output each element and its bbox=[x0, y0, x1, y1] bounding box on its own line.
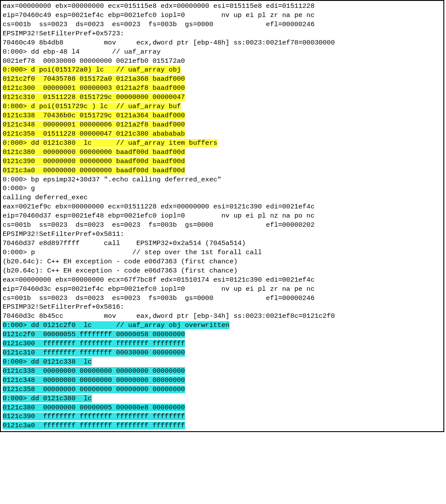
highlight-cyan: 0121c338 00000000 00000000 00000000 0000… bbox=[3, 367, 185, 375]
debug-line: 0121c310 01511228 0151729c 00000000 0000… bbox=[3, 93, 442, 102]
highlight-cyan: 0121c300 ffffffff ffffffff ffffffff ffff… bbox=[3, 340, 185, 347]
highlight-yellow: 0121c390 00000000 00000000 baadf00d baad… bbox=[3, 157, 185, 165]
highlight-yellow: 0121c3a0 00000000 00000000 baadf00d baad… bbox=[3, 167, 185, 174]
highlight-cyan: 0121c348 00000000 00000000 00000000 0000… bbox=[3, 376, 185, 384]
debug-line: 0021ef78 00030000 00000000 0021efb0 0151… bbox=[3, 57, 442, 66]
debug-line: 0121c390 ffffffff ffffffff ffffffff ffff… bbox=[3, 412, 442, 421]
debug-line: eip=70460d37 esp=0021ef48 ebp=0021efc0 i… bbox=[3, 211, 442, 221]
debug-line: 0121c3a0 ffffffff ffffffff ffffffff ffff… bbox=[3, 421, 442, 430]
highlight-cyan: 0:000> dd 0121c338 lc bbox=[3, 358, 92, 366]
debug-line: 0:000> bp epsimp32+30d37 ".echo calling … bbox=[3, 175, 442, 184]
debug-line: 0:000> g bbox=[3, 184, 442, 193]
debug-line: 0:000> d poi(015172a0) lc // uaf_array o… bbox=[3, 65, 442, 75]
debug-line: EPSIMP32!SetFilterPref+0x5723: bbox=[3, 29, 442, 38]
debug-line: EPSIMP32!SetFilterPref+0x5816: bbox=[3, 303, 442, 312]
debug-line: cs=001b ss=0023 ds=0023 es=0023 fs=003b … bbox=[3, 221, 442, 230]
debug-line: 0121c358 00000000 00000000 00000000 0000… bbox=[3, 385, 442, 394]
debug-line: 0121c338 00000000 00000000 00000000 0000… bbox=[3, 367, 442, 376]
debug-line: 0:000> p // step over the 1st forall cal… bbox=[3, 248, 442, 257]
highlight-cyan: 0121c310 ffffffff ffffffff 00030000 0000… bbox=[3, 349, 185, 357]
debug-line: 0121c2f0 00000055 ffffffff 00000058 0000… bbox=[3, 330, 442, 339]
highlight-yellow: 0:000> d poi(015172a0) lc // uaf_array o… bbox=[3, 66, 181, 74]
debug-line: (b20.64c): C++ EH exception - code e06d7… bbox=[3, 257, 442, 266]
debug-line: 0121c310 ffffffff ffffffff 00030000 0000… bbox=[3, 348, 442, 358]
debug-line: 0:000> dd 0121c2f0 lc // uaf_array obj o… bbox=[3, 321, 442, 330]
debug-line: (b20.64c): C++ EH exception - code e06d7… bbox=[3, 266, 442, 276]
debug-line: eax=0021ef9c ebx=00000000 ecx=01511228 e… bbox=[3, 202, 442, 211]
debug-line: eax=00000000 ebx=00000000 ecx=015115e8 e… bbox=[3, 2, 442, 11]
debug-line: 0:000> dd ebp-48 l4 // uaf_array bbox=[3, 48, 442, 57]
debug-line: 0121c338 70436b0c 0151729c 0121a364 baad… bbox=[3, 111, 442, 120]
debug-line: 0121c300 ffffffff ffffffff ffffffff ffff… bbox=[3, 339, 442, 348]
debugger-output: eax=00000000 ebx=00000000 ecx=015115e8 e… bbox=[0, 0, 444, 432]
highlight-yellow: 0:000> dd 0121c380 lc // uaf_array item … bbox=[3, 139, 217, 147]
debug-line: calling deferred_exec bbox=[3, 193, 442, 202]
highlight-cyan: 0:000> dd 0121c380 lc bbox=[3, 395, 92, 402]
highlight-yellow: 0121c358 01511228 00000047 0121c380 abab… bbox=[3, 130, 185, 138]
highlight-yellow: 0121c380 00000000 00000000 baadf00d baad… bbox=[3, 148, 185, 156]
debug-line: 0121c380 00000000 00000000 baadf00d baad… bbox=[3, 148, 442, 157]
debug-line: 0:000> dd 0121c380 lc bbox=[3, 394, 442, 403]
debug-line: 0121c300 00000001 00000003 0121a2f8 baad… bbox=[3, 84, 442, 93]
debug-line: EPSIMP32!SetFilterPref+0x5811: bbox=[3, 230, 442, 239]
debug-line: 0:000> d poi(0151729c ) lc // uaf_array … bbox=[3, 102, 442, 111]
highlight-yellow: 0121c2f0 70435788 015172a0 0121a368 baad… bbox=[3, 75, 185, 83]
debug-line: eip=70460c49 esp=0021ef4c ebp=0021efc0 i… bbox=[3, 11, 442, 20]
highlight-yellow: 0121c310 01511228 0151729c 00000000 0000… bbox=[3, 93, 185, 101]
debug-line: 0121c358 01511228 00000047 0121c380 abab… bbox=[3, 129, 442, 139]
highlight-cyan: 0121c358 00000000 00000000 00000000 0000… bbox=[3, 385, 185, 393]
highlight-yellow: 0121c348 00000001 00000006 0121a2f8 baad… bbox=[3, 121, 185, 129]
highlight-cyan: 0121c390 ffffffff ffffffff ffffffff ffff… bbox=[3, 412, 185, 420]
debug-line: eip=70460d3c esp=0021ef4c ebp=0021efc0 i… bbox=[3, 285, 442, 294]
debug-line: 0121c2f0 70435788 015172a0 0121a368 baad… bbox=[3, 75, 442, 84]
highlight-yellow: 0121c300 00000001 00000003 0121a2f8 baad… bbox=[3, 84, 185, 92]
debug-line: 0121c348 00000000 00000000 00000000 0000… bbox=[3, 376, 442, 385]
highlight-cyan: 0121c380 00000000 00000005 000000e8 0000… bbox=[3, 404, 185, 412]
debug-line: cs=001b ss=0023 ds=0023 es=0023 fs=003b … bbox=[3, 20, 442, 29]
highlight-cyan: 0121c3a0 ffffffff ffffffff ffffffff ffff… bbox=[3, 422, 185, 429]
debug-line: cs=001b ss=0023 ds=0023 es=0023 fs=003b … bbox=[3, 294, 442, 303]
debug-line: 70460d3c 8b45cc mov eax,dword ptr [ebp-3… bbox=[3, 312, 442, 321]
debug-line: 0:000> dd 0121c380 lc // uaf_array item … bbox=[3, 139, 442, 148]
highlight-cyan: 0121c2f0 00000055 ffffffff 00000058 0000… bbox=[3, 330, 185, 338]
highlight-cyan: 0:000> dd 0121c2f0 lc // uaf_array obj o… bbox=[3, 321, 230, 329]
debug-line: 70460c49 8b4db8 mov ecx,dword ptr [ebp-4… bbox=[3, 38, 442, 48]
debug-line: 0121c380 00000000 00000005 000000e8 0000… bbox=[3, 403, 442, 412]
debug-line: 0:000> dd 0121c338 lc bbox=[3, 358, 442, 367]
highlight-yellow: 0121c338 70436b0c 0151729c 0121a364 baad… bbox=[3, 112, 185, 119]
debug-line: 0121c348 00000001 00000006 0121a2f8 baad… bbox=[3, 120, 442, 129]
debug-line: 0121c3a0 00000000 00000000 baadf00d baad… bbox=[3, 166, 442, 175]
debug-line: 70460d37 e8d897ffff call EPSIMP32+0x2a51… bbox=[3, 239, 442, 248]
highlight-yellow: 0:000> d poi(0151729c ) lc // uaf_array … bbox=[3, 102, 181, 110]
debug-line: 0121c390 00000000 00000000 baadf00d baad… bbox=[3, 157, 442, 166]
debug-line: eax=00000000 ebx=00000000 ecx=67f7bc8f e… bbox=[3, 276, 442, 285]
